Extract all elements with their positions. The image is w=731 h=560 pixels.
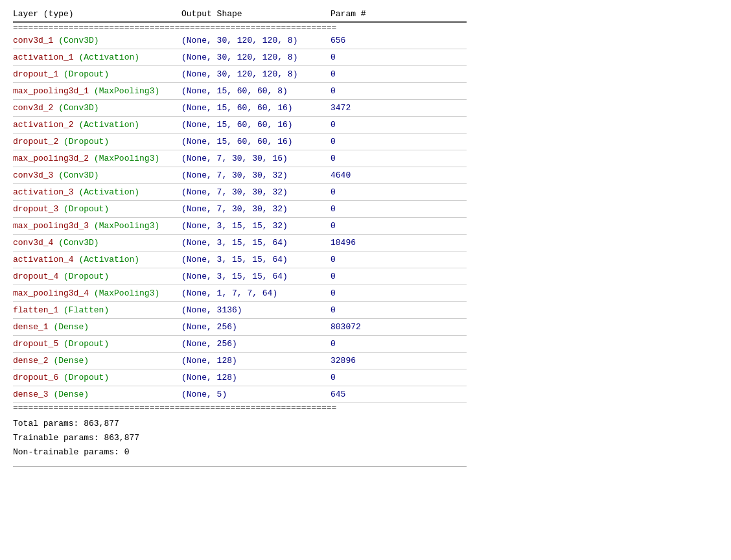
layer-name-cell: activation_1 (Activation) (13, 52, 181, 62)
table-row: activation_1 (Activation)(None, 30, 120,… (13, 49, 467, 66)
param-count-cell: 3472 (331, 103, 395, 113)
output-shape-cell: (None, 15, 60, 60, 8) (181, 86, 331, 96)
output-shape-cell: (None, 128) (181, 373, 331, 382)
bottom-separator: ========================================… (13, 403, 467, 413)
layer-name-cell: max_pooling3d_3 (MaxPooling3) (13, 221, 181, 231)
param-count-cell: 32896 (331, 356, 395, 366)
total-params: Total params: 863,877 (13, 417, 467, 431)
layer-name-cell: dense_2 (Dense) (13, 356, 181, 366)
param-count-cell: 0 (331, 137, 395, 146)
param-count-cell: 0 (331, 305, 395, 315)
header-param: Param # (331, 9, 395, 19)
param-count-cell: 0 (331, 255, 395, 264)
output-shape-cell: (None, 7, 30, 30, 32) (181, 187, 331, 197)
layer-name-cell: max_pooling3d_2 (MaxPooling3) (13, 154, 181, 163)
table-row: dense_3 (Dense)(None, 5)645 (13, 386, 467, 403)
layer-name-cell: dropout_3 (Dropout) (13, 204, 181, 214)
table-row: max_pooling3d_1 (MaxPooling3)(None, 15, … (13, 83, 467, 100)
table-row: activation_4 (Activation)(None, 3, 15, 1… (13, 251, 467, 268)
layer-name-cell: dropout_2 (Dropout) (13, 137, 181, 146)
param-count-cell: 0 (331, 272, 395, 281)
table-body: conv3d_1 (Conv3D)(None, 30, 120, 120, 8)… (13, 32, 467, 403)
output-shape-cell: (None, 30, 120, 120, 8) (181, 36, 331, 45)
table-row: conv3d_1 (Conv3D)(None, 30, 120, 120, 8)… (13, 32, 467, 49)
header-layer: Layer (type) (13, 9, 181, 19)
param-count-cell: 645 (331, 390, 395, 399)
param-count-cell: 803072 (331, 322, 395, 332)
output-shape-cell: (None, 30, 120, 120, 8) (181, 52, 331, 62)
table-row: activation_3 (Activation)(None, 7, 30, 3… (13, 184, 467, 201)
table-header: Layer (type) Output Shape Param # (13, 6, 467, 23)
table-row: max_pooling3d_2 (MaxPooling3)(None, 7, 3… (13, 150, 467, 167)
footer-line (13, 466, 467, 467)
output-shape-cell: (None, 3, 15, 15, 32) (181, 221, 331, 231)
output-shape-cell: (None, 15, 60, 60, 16) (181, 120, 331, 130)
table-row: dropout_5 (Dropout)(None, 256)0 (13, 336, 467, 353)
table-row: activation_2 (Activation)(None, 15, 60, … (13, 117, 467, 134)
layer-name-cell: dropout_5 (Dropout) (13, 339, 181, 349)
trainable-params: Trainable params: 863,877 (13, 431, 467, 445)
output-shape-cell: (None, 7, 30, 30, 16) (181, 154, 331, 163)
layer-name-cell: activation_4 (Activation) (13, 255, 181, 264)
table-row: max_pooling3d_3 (MaxPooling3)(None, 3, 1… (13, 218, 467, 235)
output-shape-cell: (None, 1, 7, 7, 64) (181, 288, 331, 298)
param-count-cell: 0 (331, 373, 395, 382)
param-count-cell: 18496 (331, 238, 395, 248)
layer-name-cell: dropout_4 (Dropout) (13, 272, 181, 281)
table-row: dense_1 (Dense)(None, 256)803072 (13, 319, 467, 336)
param-count-cell: 0 (331, 288, 395, 298)
output-shape-cell: (None, 256) (181, 322, 331, 332)
table-row: conv3d_3 (Conv3D)(None, 7, 30, 30, 32)46… (13, 167, 467, 184)
output-shape-cell: (None, 3136) (181, 305, 331, 315)
param-count-cell: 0 (331, 187, 395, 197)
param-count-cell: 0 (331, 221, 395, 231)
table-row: dropout_6 (Dropout)(None, 128)0 (13, 369, 467, 386)
layer-name-cell: conv3d_1 (Conv3D) (13, 36, 181, 45)
table-row: dropout_1 (Dropout)(None, 30, 120, 120, … (13, 66, 467, 83)
param-count-cell: 0 (331, 86, 395, 96)
layer-name-cell: activation_2 (Activation) (13, 120, 181, 130)
output-shape-cell: (None, 3, 15, 15, 64) (181, 272, 331, 281)
output-shape-cell: (None, 5) (181, 390, 331, 399)
output-shape-cell: (None, 128) (181, 356, 331, 366)
layer-name-cell: max_pooling3d_1 (MaxPooling3) (13, 86, 181, 96)
output-shape-cell: (None, 256) (181, 339, 331, 349)
table-row: dense_2 (Dense)(None, 128)32896 (13, 353, 467, 369)
layer-name-cell: conv3d_2 (Conv3D) (13, 103, 181, 113)
output-shape-cell: (None, 15, 60, 60, 16) (181, 137, 331, 146)
layer-name-cell: dropout_6 (Dropout) (13, 373, 181, 382)
table-row: conv3d_2 (Conv3D)(None, 15, 60, 60, 16)3… (13, 100, 467, 117)
param-count-cell: 0 (331, 339, 395, 349)
output-shape-cell: (None, 7, 30, 30, 32) (181, 204, 331, 214)
param-count-cell: 0 (331, 154, 395, 163)
param-count-cell: 0 (331, 204, 395, 214)
param-count-cell: 0 (331, 120, 395, 130)
param-count-cell: 4640 (331, 170, 395, 180)
layer-name-cell: dense_3 (Dense) (13, 390, 181, 399)
output-shape-cell: (None, 30, 120, 120, 8) (181, 69, 331, 79)
layer-name-cell: conv3d_4 (Conv3D) (13, 238, 181, 248)
table-row: dropout_2 (Dropout)(None, 15, 60, 60, 16… (13, 134, 467, 150)
output-shape-cell: (None, 15, 60, 60, 16) (181, 103, 331, 113)
table-row: max_pooling3d_4 (MaxPooling3)(None, 1, 7… (13, 285, 467, 302)
table-row: dropout_4 (Dropout)(None, 3, 15, 15, 64)… (13, 268, 467, 285)
table-row: conv3d_4 (Conv3D)(None, 3, 15, 15, 64)18… (13, 235, 467, 251)
table-row: flatten_1 (Flatten)(None, 3136)0 (13, 302, 467, 319)
param-count-cell: 0 (331, 69, 395, 79)
layer-name-cell: flatten_1 (Flatten) (13, 305, 181, 315)
output-shape-cell: (None, 3, 15, 15, 64) (181, 255, 331, 264)
table-row: dropout_3 (Dropout)(None, 7, 30, 30, 32)… (13, 201, 467, 218)
layer-name-cell: conv3d_3 (Conv3D) (13, 170, 181, 180)
header-output: Output Shape (181, 9, 331, 19)
layer-name-cell: activation_3 (Activation) (13, 187, 181, 197)
top-separator: ========================================… (13, 23, 467, 32)
param-count-cell: 0 (331, 52, 395, 62)
layer-name-cell: dropout_1 (Dropout) (13, 69, 181, 79)
model-summary-table: Layer (type) Output Shape Param # ======… (13, 6, 467, 467)
output-shape-cell: (None, 7, 30, 30, 32) (181, 170, 331, 180)
model-summary-stats: Total params: 863,877 Trainable params: … (13, 417, 467, 460)
output-shape-cell: (None, 3, 15, 15, 64) (181, 238, 331, 248)
layer-name-cell: max_pooling3d_4 (MaxPooling3) (13, 288, 181, 298)
param-count-cell: 656 (331, 36, 395, 45)
layer-name-cell: dense_1 (Dense) (13, 322, 181, 332)
